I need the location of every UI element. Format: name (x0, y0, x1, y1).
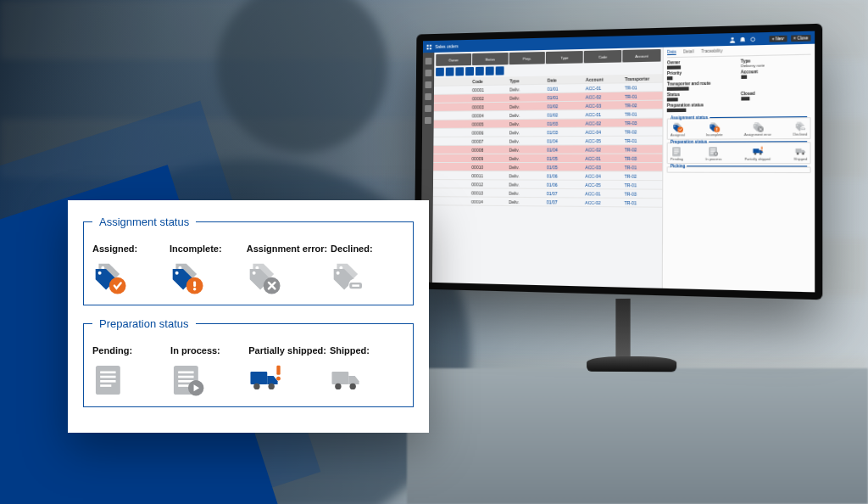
status-partially-shipped: Partially shipped (744, 146, 771, 161)
status-label: Assigned: (92, 244, 137, 254)
close-button[interactable]: × Close (791, 34, 811, 41)
cell: 01/02 (545, 102, 583, 110)
bell-icon[interactable] (739, 36, 746, 42)
table-row[interactable]: 00008Deliv.01/04ACC-02TR-02 (433, 145, 662, 154)
nav-item[interactable] (425, 117, 431, 124)
cell: Deliv. (507, 189, 545, 198)
cell: 00012 (470, 180, 507, 188)
status-pending: Pending (670, 146, 683, 161)
nav-item[interactable] (426, 58, 432, 64)
column-chip[interactable]: Code (584, 50, 621, 63)
status-shipped: Shipped: (330, 345, 404, 398)
mini-assignment-status: Assignment status Assigned Incomplete (667, 117, 811, 140)
nav-item[interactable] (425, 93, 431, 100)
cell: Date (546, 76, 584, 84)
cell (434, 94, 470, 103)
cell: ACC-02 (583, 145, 622, 153)
toolbar-button[interactable] (496, 66, 504, 75)
status-declined: Declined: (331, 244, 404, 296)
toolbar-button[interactable] (436, 68, 444, 76)
svg-rect-22 (426, 48, 428, 49)
toolbar-button[interactable] (446, 67, 454, 76)
cell: TR-02 (623, 127, 663, 136)
cell: 00007 (470, 137, 508, 144)
section-heading: Preparation status (670, 140, 707, 144)
cell: TR-02 (623, 145, 663, 154)
value: ▇▇ (667, 76, 672, 80)
cell: Deliv. (507, 154, 545, 162)
cell: Deliv. (508, 137, 546, 144)
cell: Deliv. (507, 171, 545, 179)
nav-item[interactable] (426, 70, 432, 76)
cell: ACC-02 (584, 119, 623, 127)
value: ▇▇▇ (741, 96, 749, 100)
cell (434, 103, 470, 111)
cell: ACC-05 (584, 137, 623, 145)
cell: ACC-04 (583, 171, 622, 179)
cell: 00004 (470, 111, 508, 120)
status-assigned: Assigned: (92, 244, 166, 296)
cell: Deliv. (508, 85, 546, 93)
nav-item[interactable] (425, 105, 431, 112)
cell: Type (508, 76, 546, 85)
section-heading: Assignment status (92, 216, 196, 228)
tab-traceability[interactable]: Traceability (701, 48, 722, 54)
monitor: Sales orders + New × Close (415, 24, 823, 300)
status-incomplete: Incomplete (706, 121, 723, 137)
orders-grid[interactable]: CodeTypeDateAccountTransporter00001Deliv… (432, 74, 663, 288)
column-chip[interactable]: Type (546, 51, 583, 64)
cell (433, 129, 470, 137)
cell: 00005 (470, 120, 508, 127)
column-chip[interactable]: Status (472, 53, 508, 65)
status-shipped: Shipped (793, 146, 807, 161)
cell: Deliv. (507, 180, 545, 188)
cell: 01/05 (545, 163, 583, 171)
cell: 00001 (470, 86, 508, 94)
cell: ACC-04 (584, 127, 623, 136)
nav-item[interactable] (425, 81, 431, 88)
status-label: Pending: (92, 345, 132, 356)
cell: 00013 (470, 188, 507, 196)
value: ▇▇ (741, 75, 747, 79)
cell: TR-03 (623, 119, 663, 127)
svg-point-28 (760, 150, 762, 152)
column-chip[interactable]: Owner (436, 53, 471, 66)
column-chip[interactable]: Account (622, 49, 660, 63)
cell: 00010 (470, 163, 507, 171)
user-icon[interactable] (729, 36, 736, 43)
status-label: Shipped: (330, 345, 370, 356)
cell: ACC-01 (583, 189, 622, 198)
settings-icon[interactable] (749, 36, 756, 42)
mini-picking: Picking (667, 166, 811, 173)
column-chip[interactable]: Prep. (509, 52, 545, 64)
table-row[interactable]: 00009Deliv.01/05ACC-01TR-03 (433, 154, 662, 164)
status-label: In process: (170, 345, 220, 356)
detail-panel: Data Detail Traceability Owner▇▇▇▇▇ Type… (662, 44, 815, 293)
app-menu-icon[interactable] (426, 44, 432, 50)
toolbar-button[interactable] (476, 67, 484, 76)
cell: 01/03 (545, 119, 583, 127)
value: Delivery note (741, 63, 765, 68)
status-in-process: In process (705, 146, 721, 161)
toolbar-button[interactable] (486, 67, 494, 76)
new-button[interactable]: + New (769, 35, 787, 42)
cell (433, 180, 470, 188)
table-row[interactable]: 00010Deliv.01/05ACC-03TR-01 (433, 163, 662, 172)
cell (433, 137, 470, 145)
cell: TR-01 (623, 109, 663, 118)
tab-data[interactable]: Data (667, 50, 676, 56)
toolbar-button[interactable] (455, 67, 464, 76)
preparation-status-section: Preparation status Pending: In process: (83, 317, 414, 407)
section-heading: Preparation status (92, 317, 196, 330)
cell: 01/04 (545, 137, 583, 144)
cell: TR-01 (623, 92, 663, 100)
cell: 01/03 (545, 128, 583, 137)
cell: 01/06 (545, 181, 583, 189)
tab-detail[interactable]: Detail (683, 49, 694, 55)
toolbar-button[interactable] (465, 67, 474, 76)
cell (433, 146, 470, 154)
cell: 00014 (470, 197, 507, 205)
cell: TR-01 (622, 181, 662, 189)
value: ▇▇▇▇▇ (667, 64, 681, 70)
table-row[interactable]: 00014Deliv.01/07ACC-02TR-01 (433, 197, 662, 208)
